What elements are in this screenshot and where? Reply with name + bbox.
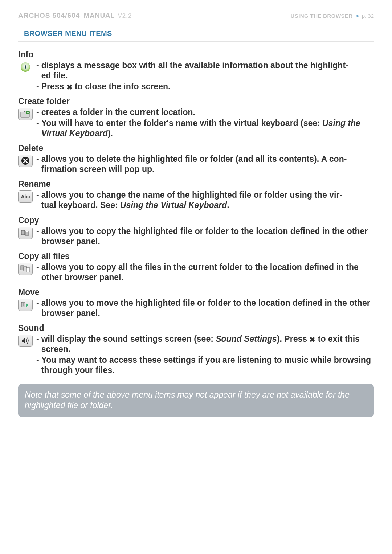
- create-folder-line2: You will have to enter the folder's name…: [41, 118, 374, 138]
- copy-line1: allows you to copy the highlighted file …: [41, 226, 374, 246]
- copy-all-title: Copy all files: [18, 251, 374, 261]
- manual-label: MANUAL: [84, 12, 115, 19]
- delete-line1: allows you to delete the highlighted fil…: [41, 154, 374, 174]
- menu-sound: Sound -will display the sound settings s…: [18, 323, 374, 376]
- crumb-separator: >: [356, 13, 359, 19]
- crumb-section: USING THE BROWSER: [291, 13, 353, 19]
- create-folder-line1: creates a folder in the current location…: [41, 107, 374, 117]
- section-title-text: BROWSER MENU ITEMS: [24, 29, 112, 37]
- info-line1: displays a message box with all the avai…: [41, 61, 348, 80]
- move-line1: allows you to move the highlighted file …: [41, 298, 374, 318]
- copy-all-icon: [18, 263, 33, 275]
- menu-rename: Rename Abc -allows you to change the nam…: [18, 179, 374, 211]
- close-x-icon: ✖: [66, 83, 73, 91]
- crumb-page-number: p. 32: [362, 13, 374, 19]
- section-heading: BROWSER MENU ITEMS: [18, 27, 374, 42]
- breadcrumb: USING THE BROWSER > p. 32: [291, 13, 374, 19]
- copy-all-line1: allows you to copy all the files in the …: [41, 262, 374, 282]
- menu-copy: Copy -allows you to copy the highlighted…: [18, 216, 374, 247]
- info-icon: i: [18, 61, 33, 73]
- sound-line2: You may want to access these settings if…: [41, 355, 374, 375]
- menu-info-title: Info: [18, 50, 374, 59]
- menu-create-folder: Create folder -creates a folder in the c…: [18, 97, 374, 139]
- page-header: ARCHOS 504/604 MANUAL V2.2 USING THE BRO…: [18, 12, 374, 22]
- rename-line1: allows you to change the name of the hig…: [41, 190, 374, 210]
- menu-info: Info i -displays a message box with all …: [18, 50, 374, 92]
- svg-rect-6: [26, 268, 30, 272]
- move-title: Move: [18, 287, 374, 297]
- availability-note: Note that some of the above menu items m…: [18, 384, 374, 417]
- menu-delete: Delete -allows you to delete the highlig…: [18, 143, 374, 175]
- delete-x-icon: [18, 155, 33, 167]
- brand-text: ARCHOS 504/604: [18, 12, 80, 19]
- version-label: V2.2: [118, 12, 132, 19]
- create-folder-title: Create folder: [18, 97, 374, 106]
- sound-line1: will display the sound settings screen (…: [41, 334, 374, 354]
- menu-move: Move -allows you to move the highlighted…: [18, 287, 374, 319]
- rename-title: Rename: [18, 179, 374, 189]
- svg-rect-2: [21, 230, 25, 235]
- menu-copy-all: Copy all files -allows you to copy all t…: [18, 251, 374, 283]
- rename-abc-icon: Abc: [18, 190, 33, 203]
- move-icon: [18, 299, 33, 311]
- speaker-icon: [18, 335, 33, 347]
- info-line2: Press ✖ to close the info screen.: [41, 81, 374, 91]
- copy-icon: [18, 227, 33, 239]
- copy-title: Copy: [18, 216, 374, 225]
- header-left: ARCHOS 504/604 MANUAL V2.2: [18, 12, 132, 20]
- close-x-icon: ✖: [309, 336, 315, 344]
- sound-title: Sound: [18, 323, 374, 333]
- delete-title: Delete: [18, 143, 374, 153]
- manual-page: ARCHOS 504/604 MANUAL V2.2 USING THE BRO…: [0, 0, 392, 432]
- folder-plus-icon: [18, 108, 33, 120]
